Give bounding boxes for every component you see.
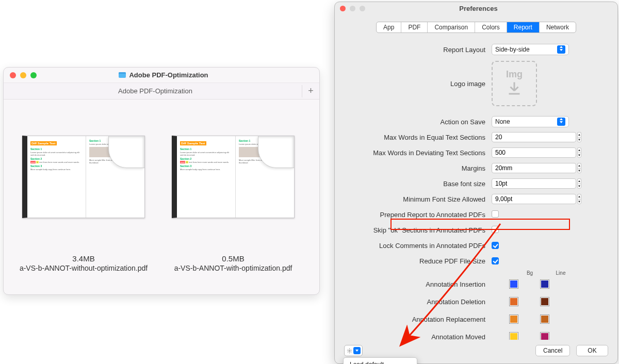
margins-label: Margins	[348, 164, 492, 172]
annotation-row: Annotation Moved	[348, 330, 604, 340]
action-on-save-select[interactable]: None	[492, 116, 569, 127]
prefs-title: Preferences	[365, 5, 592, 12]
thumb-section: Section 1	[30, 147, 83, 151]
reduce-size-checkbox[interactable]	[492, 257, 499, 264]
thumb-text: Lorem ipsum dolor sit amet consectetur a…	[30, 151, 83, 156]
annotation-color-headers: Bg Line	[514, 270, 604, 276]
thumb-section: Section 3	[180, 164, 232, 168]
select-value: None	[495, 118, 510, 125]
max-equal-label: Max Words in Equal Text Sections	[348, 134, 492, 141]
skip-ok-label: Skip "ok" Sections in Annotated PDFs	[348, 226, 492, 234]
minimize-icon	[350, 6, 355, 11]
prepend-checkbox[interactable]	[492, 210, 499, 218]
tab-comparison[interactable]: Comparison	[428, 22, 475, 32]
line-header: Line	[545, 270, 576, 276]
download-arrow-icon	[505, 80, 524, 98]
minimize-icon[interactable]	[20, 72, 26, 78]
gear-icon	[347, 348, 352, 354]
line-swatch[interactable]	[540, 297, 549, 306]
thumb-header: Diff Sample Text	[30, 141, 57, 145]
bg-swatch[interactable]	[509, 332, 518, 340]
min-font-label: Minimum Font Size Allowed	[348, 195, 492, 203]
line-swatch[interactable]	[540, 279, 549, 289]
reduce-size-label: Reduce PDF File Size	[348, 257, 492, 265]
thumb-section: Section 1	[180, 147, 232, 151]
preferences-window: Preferences AppPDFComparisonColorsReport…	[334, 2, 618, 364]
file-size: 0.5MB	[222, 254, 244, 263]
margins-stepper[interactable]: ▲▼	[492, 163, 564, 173]
zoom-icon[interactable]	[30, 72, 37, 78]
close-icon[interactable]	[340, 6, 346, 11]
stepper-buttons[interactable]: ▲▼	[577, 163, 581, 173]
bg-swatch[interactable]	[509, 279, 518, 289]
annotation-label: Annotation Deletion	[348, 298, 492, 306]
close-icon[interactable]	[10, 72, 16, 78]
tab-network[interactable]: Network	[540, 22, 576, 32]
stepper-buttons[interactable]: ▲▼	[577, 147, 581, 158]
gear-menu-button[interactable]	[344, 345, 363, 356]
ok-button[interactable]: OK	[576, 345, 608, 356]
stepper-buttons[interactable]: ▲▼	[577, 178, 581, 189]
thumb-section: Section 2	[180, 157, 232, 160]
annotation-row: Annotation Deletion	[348, 295, 604, 308]
svg-point-0	[349, 350, 350, 352]
finder-window: Adobe PDF-Optimization Adobe PDF-Optimiz…	[3, 67, 320, 295]
thumb-header: Diff Sample Text	[180, 141, 206, 145]
bg-swatch[interactable]	[509, 297, 518, 306]
bg-header: Bg	[514, 270, 545, 276]
min-font-stepper[interactable]: ▲▼	[492, 194, 564, 204]
annotation-label: Annotation Moved	[348, 333, 492, 340]
tab-colors[interactable]: Colors	[475, 22, 507, 32]
annotation-row: Annotation Insertion	[348, 278, 604, 290]
base-font-input[interactable]	[492, 178, 576, 189]
tab-report[interactable]: Report	[507, 22, 540, 32]
margins-input[interactable]	[492, 163, 576, 173]
thumb-text: mod hl text lines here more words and mo…	[30, 161, 83, 163]
file-item[interactable]: Diff Sample Text Section 1 Lorem ipsum d…	[169, 136, 298, 272]
max-dev-input[interactable]	[492, 147, 576, 158]
logo-image-label: Logo image	[348, 80, 492, 88]
lock-comments-checkbox[interactable]	[492, 242, 499, 249]
folder-icon	[119, 72, 126, 78]
finder-toolbar: Adobe PDF-Optimization +	[4, 83, 319, 100]
finder-title-text: Adobe PDF-Optimization	[129, 71, 208, 79]
new-tab-button[interactable]: +	[302, 85, 314, 97]
annotation-label: Annotation Replacement	[348, 316, 492, 323]
chevron-updown-icon	[557, 45, 565, 54]
max-dev-stepper[interactable]: ▲▼	[492, 147, 564, 158]
zoom-icon	[360, 6, 365, 11]
pdf-thumbnail: Diff Sample Text Section 1 Lorem ipsum d…	[22, 136, 145, 218]
file-item[interactable]: Diff Sample Text Section 1 Lorem ipsum d…	[19, 136, 148, 272]
prefs-titlebar: Preferences	[335, 2, 617, 14]
base-font-stepper[interactable]: ▲▼	[492, 178, 564, 189]
annotation-row: Annotation Replacement	[348, 313, 604, 325]
stepper-buttons[interactable]: ▲▼	[577, 194, 581, 204]
line-swatch[interactable]	[540, 332, 549, 340]
prefs-form: Report Layout Side-by-side Logo image Im…	[335, 43, 617, 340]
logo-dropzone[interactable]: Img	[492, 61, 537, 106]
pdf-thumbnail: Diff Sample Text Section 1 Lorem ipsum d…	[172, 136, 295, 218]
max-equal-input[interactable]	[492, 132, 576, 142]
prepend-label: Prepend Report to Annotated PDFs	[348, 211, 492, 219]
report-layout-select[interactable]: Side-by-side	[492, 44, 569, 55]
prefs-tabs: AppPDFComparisonColorsReportNetwork	[335, 22, 617, 33]
report-layout-label: Report Layout	[348, 46, 492, 54]
file-name: a-VS-b-ANNOT-without-optimization.pdf	[20, 264, 148, 272]
annotation-label: Annotation Insertion	[348, 280, 492, 288]
chevron-down-icon	[353, 347, 361, 354]
bg-swatch[interactable]	[509, 315, 518, 324]
cancel-button[interactable]: Cancel	[535, 345, 570, 356]
max-equal-stepper[interactable]: ▲▼	[492, 132, 564, 142]
thumb-section: Section 2	[30, 157, 83, 160]
min-font-input[interactable]	[492, 194, 576, 204]
gear-menu: Load defaultSave as defaultLoad factory …	[344, 345, 363, 356]
finder-tab[interactable]: Adobe PDF-Optimization	[118, 87, 192, 95]
skip-ok-checkbox[interactable]	[492, 226, 499, 233]
base-font-label: Base font size	[348, 180, 492, 188]
thumb-section: Section 3	[30, 164, 83, 168]
tab-pdf[interactable]: PDF	[401, 22, 428, 32]
menu-item-load-default[interactable]: Load default	[344, 359, 417, 364]
stepper-buttons[interactable]: ▲▼	[577, 132, 581, 142]
tab-app[interactable]: App	[377, 22, 401, 32]
line-swatch[interactable]	[540, 315, 549, 324]
